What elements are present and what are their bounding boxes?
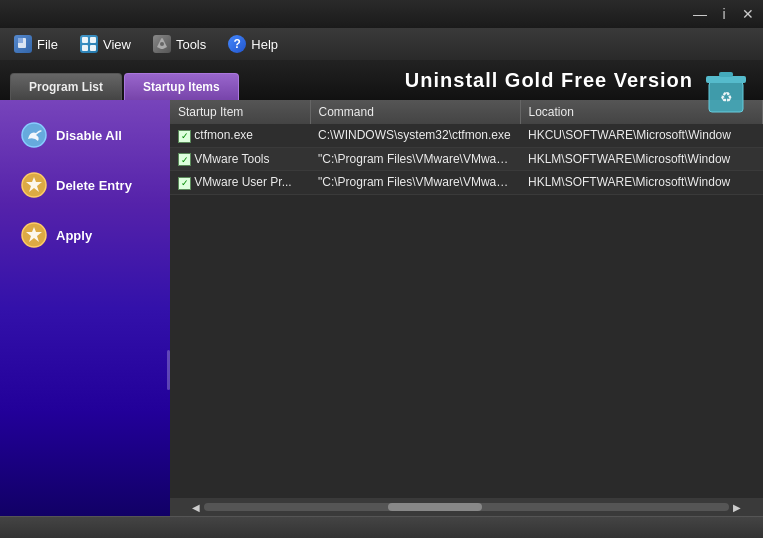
table-body: ✓ ctfmon.exeC:\WINDOWS\system32\ctfmon.e…: [170, 124, 763, 194]
scroll-left-button[interactable]: ◀: [188, 502, 204, 513]
cell-command: "C:\Program Files\VMware\VMware T...: [310, 171, 520, 195]
window-controls: — i ✕: [691, 7, 757, 21]
header-area: Program List Startup Items Uninstall Gol…: [0, 60, 763, 100]
svg-rect-3: [90, 37, 96, 43]
recycle-bin-icon: ♻: [701, 62, 753, 114]
delete-entry-icon: [20, 171, 48, 199]
menu-view-label: View: [103, 37, 131, 52]
menu-file[interactable]: File: [4, 31, 68, 57]
status-bar: [0, 516, 763, 538]
checkbox[interactable]: ✓: [178, 130, 191, 143]
file-icon: [14, 35, 32, 53]
scroll-track[interactable]: [204, 503, 729, 511]
menu-help[interactable]: ? Help: [218, 31, 288, 57]
apply-icon: [20, 221, 48, 249]
scroll-right-button[interactable]: ▶: [729, 502, 745, 513]
menu-tools-label: Tools: [176, 37, 206, 52]
menu-file-label: File: [37, 37, 58, 52]
col-command: Command: [310, 100, 520, 124]
tab-startup-items[interactable]: Startup Items: [124, 73, 239, 100]
cell-command: C:\WINDOWS\system32\ctfmon.exe: [310, 124, 520, 147]
menu-tools[interactable]: Tools: [143, 31, 216, 57]
checkbox[interactable]: ✓: [178, 177, 191, 190]
minimize-button[interactable]: —: [691, 7, 709, 21]
sidebar: Disable All Delete Entry: [0, 100, 170, 516]
menu-help-label: Help: [251, 37, 278, 52]
horizontal-scrollbar[interactable]: ◀ ▶: [170, 498, 763, 516]
disable-all-button[interactable]: Disable All: [10, 115, 160, 155]
svg-rect-4: [82, 45, 88, 51]
delete-entry-label: Delete Entry: [56, 178, 132, 193]
table-header-row: Startup Item Command Location: [170, 100, 763, 124]
main-content: Disable All Delete Entry: [0, 100, 763, 516]
svg-text:♻: ♻: [720, 89, 733, 105]
svg-rect-10: [719, 72, 733, 77]
cell-startup-item: ✓ VMware User Pr...: [170, 171, 310, 195]
title-bar: — i ✕: [0, 0, 763, 28]
disable-all-icon: [20, 121, 48, 149]
help-icon: ?: [228, 35, 246, 53]
cell-location: HKLM\SOFTWARE\Microsoft\Window: [520, 171, 763, 195]
right-panel: Startup Item Command Location ✓ ctfmon.e…: [170, 100, 763, 516]
apply-label: Apply: [56, 228, 92, 243]
startup-table: Startup Item Command Location ✓ ctfmon.e…: [170, 100, 763, 195]
cell-location: HKLM\SOFTWARE\Microsoft\Window: [520, 147, 763, 171]
info-button[interactable]: i: [715, 7, 733, 21]
svg-rect-5: [90, 45, 96, 51]
table-container[interactable]: Startup Item Command Location ✓ ctfmon.e…: [170, 100, 763, 498]
table-row[interactable]: ✓ VMware Tools"C:\Program Files\VMware\V…: [170, 147, 763, 171]
close-button[interactable]: ✕: [739, 7, 757, 21]
tools-icon: [153, 35, 171, 53]
cell-startup-item: ✓ VMware Tools: [170, 147, 310, 171]
col-startup-item: Startup Item: [170, 100, 310, 124]
table-row[interactable]: ✓ VMware User Pr..."C:\Program Files\VMw…: [170, 171, 763, 195]
svg-rect-1: [18, 38, 23, 43]
scroll-thumb[interactable]: [388, 503, 483, 511]
view-icon: [80, 35, 98, 53]
app-title: Uninstall Gold Free Version: [405, 69, 693, 92]
apply-button[interactable]: Apply: [10, 215, 160, 255]
tab-program-list[interactable]: Program List: [10, 73, 122, 100]
disable-all-label: Disable All: [56, 128, 122, 143]
cell-command: "C:\Program Files\VMware\VMware T...: [310, 147, 520, 171]
cell-startup-item: ✓ ctfmon.exe: [170, 124, 310, 147]
svg-point-6: [160, 42, 164, 46]
table-row[interactable]: ✓ ctfmon.exeC:\WINDOWS\system32\ctfmon.e…: [170, 124, 763, 147]
menu-bar: File View Tools ? Help: [0, 28, 763, 60]
checkbox[interactable]: ✓: [178, 153, 191, 166]
menu-view[interactable]: View: [70, 31, 141, 57]
svg-rect-2: [82, 37, 88, 43]
svg-rect-9: [706, 76, 746, 83]
delete-entry-button[interactable]: Delete Entry: [10, 165, 160, 205]
cell-location: HKCU\SOFTWARE\Microsoft\Window: [520, 124, 763, 147]
